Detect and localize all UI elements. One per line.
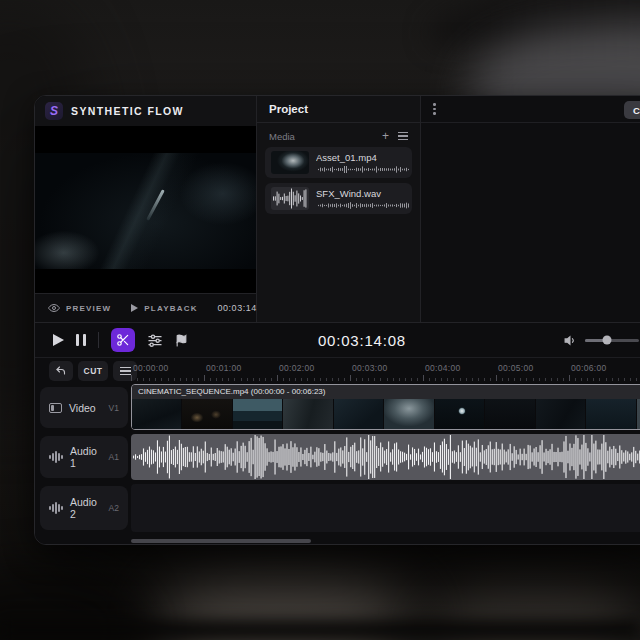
volume-control [564,334,640,347]
ruler-tick-label: 00:01:00 [206,363,242,373]
video-clip-label: CINEMATIC_SEQUENCE.mp4 (00:00:00 - 00:06… [132,385,640,399]
app-title: SYNTHETIC FLOW [71,105,184,117]
ruler-tick-label: 00:04:00 [425,363,461,373]
ruler-tick-label: 00:02:00 [279,363,315,373]
video-clip-thumbnails [132,399,640,429]
track-header-audio2[interactable]: Audio 2 A2 [40,486,128,530]
video-clip[interactable]: CINEMATIC_SEQUENCE.mp4 (00:00:00 - 00:06… [131,384,640,430]
app-window: S SYNTHETIC FLOW PREVIEW [34,95,640,545]
preview-toggle[interactable]: PREVIEW [48,302,111,314]
hamburger-icon [120,364,131,377]
cut-mode-button[interactable]: CUT [78,361,108,381]
empty-audio-lane[interactable] [131,484,640,532]
cut-tool-button[interactable] [111,328,135,352]
project-panel-title: Project [257,96,420,123]
horizontal-scrollbar[interactable] [131,539,311,543]
timeline-tracks: Video V1 Audio 1 A1 Audio 2 A2 CINEMATIC… [35,384,640,544]
toolbar-divider [98,332,99,348]
video-light-streak [147,189,166,220]
scissors-icon [116,333,130,347]
timeline-section: 00:03:14:08 [35,323,640,544]
kebab-menu-icon[interactable] [433,102,436,117]
app-header: S SYNTHETIC FLOW [35,96,256,126]
panel-action-button[interactable]: Co [624,101,640,119]
top-row: S SYNTHETIC FLOW PREVIEW [35,96,640,323]
volume-slider[interactable] [585,339,639,342]
play-button[interactable] [53,334,64,346]
media-thumbnail-waveform [271,187,309,210]
timeline-ruler-row: CUT 00:00:00 00:01:00 00:02:00 00:03:00 … [35,358,640,384]
adjust-sliders-icon[interactable] [147,332,163,348]
audio-clip[interactable] [131,434,640,480]
app-logo-icon: S [45,102,63,120]
ruler-ticks [131,375,640,381]
inspector-header: Co [421,96,640,123]
media-item-waveform [316,165,412,174]
video-frame [35,153,256,269]
ruler-tick-label: 00:05:00 [498,363,534,373]
media-item-name: Asset_01.mp4 [316,152,406,163]
media-section-header: Media + [257,125,420,147]
timeline-toolbar: 00:03:14:08 [35,323,640,358]
speaker-icon[interactable] [564,334,577,347]
add-media-icon[interactable]: + [382,131,389,141]
media-item-name: SFX_Wind.wav [316,188,406,199]
video-track-icon [49,403,62,413]
flag-marker-icon[interactable] [175,334,188,347]
play-icon [131,304,138,312]
audio-track-icon [49,451,63,463]
list-view-icon[interactable] [398,130,408,142]
preview-timecode: 00:03:14 [218,303,257,313]
track-header-audio1[interactable]: Audio 1 A1 [40,436,128,478]
media-label: Media [269,131,295,142]
timeline-ruler[interactable]: 00:00:00 00:01:00 00:02:00 00:03:00 00:0… [131,358,640,384]
ruler-tick-label: 00:03:00 [352,363,388,373]
pause-button[interactable] [76,334,86,346]
media-item-sfxwind[interactable]: SFX_Wind.wav [265,183,412,214]
preview-panel: S SYNTHETIC FLOW PREVIEW [35,96,257,322]
preview-toolbar: PREVIEW PLAYBACK 00:03:14 [35,293,256,322]
inspector-panel: Co [421,96,640,322]
media-item-asset01[interactable]: Asset_01.mp4 [265,147,412,178]
media-thumbnail-video [271,151,309,174]
media-item-waveform [316,201,412,210]
ruler-tick-label: 00:06:00 [571,363,607,373]
audio-track-icon [49,502,63,514]
eye-icon [48,302,60,314]
video-preview[interactable] [35,126,256,293]
playback-toggle[interactable]: PLAYBACK [131,304,197,313]
project-panel: Project Media + Asset_01.mp4 SFX_Wind.wa… [257,96,421,322]
volume-knob[interactable] [602,336,611,345]
track-header-video[interactable]: Video V1 [40,387,128,428]
undo-button[interactable] [49,361,73,381]
preview-label: PREVIEW [66,304,111,313]
background-floor [0,620,640,640]
ruler-tick-label: 00:00:00 [133,363,169,373]
playback-label: PLAYBACK [144,304,197,313]
